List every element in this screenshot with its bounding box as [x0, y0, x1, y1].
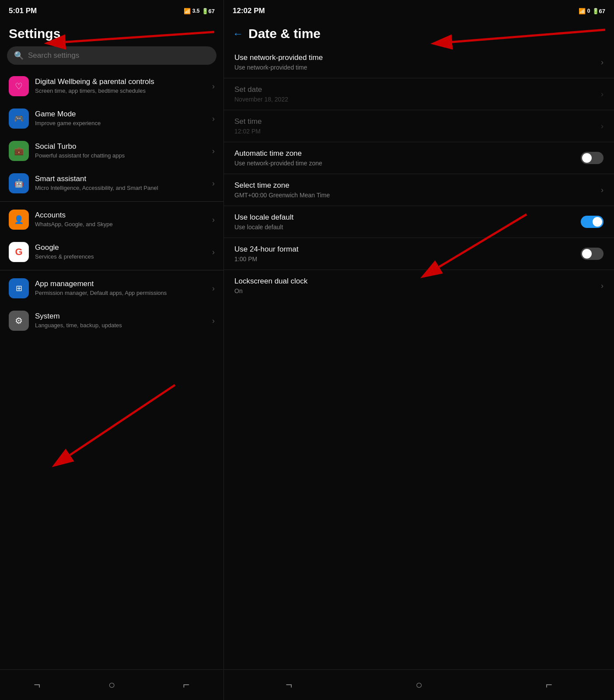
- left-time: 5:01 PM: [9, 7, 37, 15]
- back-button[interactable]: ←: [233, 28, 243, 40]
- google-subtitle: Services & preferences: [35, 253, 212, 261]
- toggle-knob: [593, 217, 602, 227]
- dt-item-select-timezone[interactable]: Select time zone GMT+00:00 Greenwich Mea…: [224, 174, 614, 206]
- auto-timezone-subtitle: Use network-provided time zone: [234, 160, 581, 167]
- svg-line-5: [452, 30, 605, 42]
- arrow-settings: [61, 25, 219, 52]
- divider: [0, 270, 223, 270]
- settings-item-smart-assistant[interactable]: 🤖 Smart assistant Micro Intelligence, Ac…: [0, 167, 223, 200]
- select-timezone-subtitle: GMT+00:00 Greenwich Mean Time: [234, 192, 597, 199]
- svg-line-7: [439, 214, 527, 267]
- signal-icon: 0: [587, 8, 590, 14]
- app-management-title: App management: [35, 280, 212, 288]
- arrow-timezone: [413, 210, 535, 280]
- chevron-icon: ›: [601, 186, 604, 195]
- settings-list: ♡ Digital Wellbeing & parental controls …: [0, 70, 223, 669]
- accounts-title: Accounts: [35, 211, 212, 220]
- settings-item-digital-wellbeing[interactable]: ♡ Digital Wellbeing & parental controls …: [0, 70, 223, 102]
- chevron-icon: ›: [212, 179, 215, 188]
- dt-item-auto-timezone[interactable]: Automatic time zone Use network-provided…: [224, 142, 614, 174]
- set-date-title: Set date: [234, 85, 597, 94]
- dt-item-set-date[interactable]: Set date November 18, 2022 ›: [224, 78, 614, 110]
- nav-home-btn[interactable]: ○: [402, 674, 436, 696]
- network-time-subtitle: Use network-provided time: [234, 64, 597, 71]
- system-subtitle: Languages, time, backup, updates: [35, 322, 212, 329]
- settings-item-system[interactable]: ⚙ System Languages, time, backup, update…: [0, 304, 223, 337]
- auto-timezone-title: Automatic time zone: [234, 149, 581, 158]
- digital-wellbeing-icon: ♡: [9, 76, 29, 96]
- set-time-title: Set time: [234, 117, 597, 126]
- settings-title: Settings: [9, 26, 60, 41]
- chevron-icon: ›: [601, 58, 604, 67]
- nav-back-btn[interactable]: ⌐: [533, 674, 565, 696]
- dt-item-set-time[interactable]: Set time 12:02 PM ›: [224, 110, 614, 142]
- svg-line-1: [66, 32, 214, 42]
- settings-item-social-turbo[interactable]: 💼 Social Turbo Powerful assistant for ch…: [0, 135, 223, 167]
- digital-wellbeing-subtitle: Screen time, app timers, bedtime schedul…: [35, 88, 212, 95]
- battery-icon: 🔋67: [592, 8, 605, 14]
- wifi-icon: 📶: [579, 8, 586, 14]
- wifi-icon: 📶: [184, 8, 191, 14]
- game-mode-icon: 🎮: [9, 108, 29, 129]
- nav-back-btn[interactable]: ⌐: [170, 674, 202, 696]
- right-panel: 12:02 PM 📶 0 🔋67 ← Date & time Use netwo…: [224, 0, 614, 700]
- 24hour-toggle[interactable]: [581, 248, 604, 260]
- app-management-icon: ⊞: [9, 278, 29, 298]
- chevron-icon: ›: [601, 122, 604, 131]
- divider: [0, 201, 223, 202]
- social-turbo-title: Social Turbo: [35, 142, 212, 151]
- arrow-date-time: [443, 25, 610, 52]
- svg-line-3: [70, 385, 175, 455]
- signal-icon: 3.5: [192, 8, 200, 14]
- select-timezone-title: Select time zone: [234, 181, 597, 190]
- left-panel: 5:01 PM 📶 3.5 🔋67 Settings 🔍 ♡ Digital W…: [0, 0, 224, 700]
- chevron-icon: ›: [601, 90, 604, 99]
- right-bottom-nav: ⌐ ○ ⌐: [224, 669, 614, 700]
- game-mode-subtitle: Improve game experience: [35, 120, 212, 127]
- right-time: 12:02 PM: [233, 7, 265, 15]
- smart-assistant-subtitle: Micro Intelligence, Accessibility, and S…: [35, 185, 212, 192]
- set-time-subtitle: 12:02 PM: [234, 128, 597, 135]
- left-bottom-nav: ⌐ ○ ⌐: [0, 669, 223, 700]
- spacer: [224, 301, 614, 669]
- search-input[interactable]: [28, 51, 209, 60]
- chevron-icon: ›: [212, 82, 215, 91]
- smart-assistant-icon: 🤖: [9, 173, 29, 193]
- google-icon: G: [9, 242, 29, 262]
- toggle-knob: [582, 153, 592, 163]
- left-status-bar: 5:01 PM 📶 3.5 🔋67: [0, 0, 223, 22]
- right-status-bar: 12:02 PM 📶 0 🔋67: [224, 0, 614, 22]
- google-title: Google: [35, 243, 212, 252]
- battery-icon: 🔋67: [202, 8, 215, 14]
- nav-recent-btn[interactable]: ⌐: [272, 674, 305, 696]
- digital-wellbeing-title: Digital Wellbeing & parental controls: [35, 77, 212, 86]
- smart-assistant-title: Smart assistant: [35, 175, 212, 183]
- settings-item-game-mode[interactable]: 🎮 Game Mode Improve game experience ›: [0, 102, 223, 135]
- system-icon: ⚙: [9, 311, 29, 331]
- chevron-icon: ›: [212, 248, 215, 257]
- social-turbo-subtitle: Powerful assistant for chatting apps: [35, 152, 212, 160]
- toggle-knob: [582, 249, 592, 259]
- nav-home-btn[interactable]: ○: [95, 674, 129, 696]
- chevron-icon: ›: [212, 316, 215, 326]
- network-time-title: Use network-provided time: [234, 53, 597, 62]
- set-date-subtitle: November 18, 2022: [234, 96, 597, 103]
- chevron-icon: ›: [601, 281, 604, 290]
- lockscreen-clock-subtitle: On: [234, 287, 597, 294]
- settings-item-google[interactable]: G Google Services & preferences ›: [0, 236, 223, 268]
- date-time-title: Date & time: [248, 26, 321, 41]
- search-icon: 🔍: [14, 51, 24, 60]
- right-status-icons: 📶 0 🔋67: [579, 8, 605, 14]
- game-mode-title: Game Mode: [35, 110, 212, 119]
- left-status-icons: 📶 3.5 🔋67: [184, 8, 215, 14]
- social-turbo-icon: 💼: [9, 141, 29, 161]
- settings-item-accounts[interactable]: 👤 Accounts WhatsApp, Google, and Skype ›: [0, 203, 223, 236]
- locale-default-toggle[interactable]: [581, 216, 604, 228]
- system-title: System: [35, 312, 212, 321]
- auto-timezone-toggle[interactable]: [581, 152, 604, 164]
- accounts-icon: 👤: [9, 210, 29, 230]
- nav-recent-btn[interactable]: ⌐: [21, 674, 53, 696]
- settings-item-app-management[interactable]: ⊞ App management Permission manager, Def…: [0, 272, 223, 304]
- chevron-icon: ›: [212, 147, 215, 156]
- arrow-system: [52, 381, 184, 468]
